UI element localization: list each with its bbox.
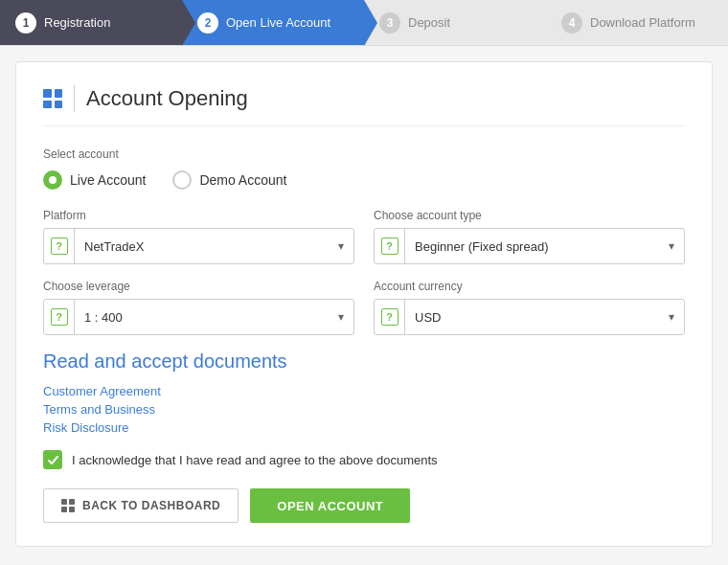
currency-group: Account currency ? USD ▾ bbox=[374, 280, 685, 335]
live-account-radio[interactable] bbox=[43, 170, 62, 190]
step-deposit[interactable]: 3 Deposit bbox=[364, 0, 546, 45]
currency-help-icon: ? bbox=[381, 308, 398, 326]
step-num-1: 1 bbox=[15, 12, 36, 34]
account-type-help-icon: ? bbox=[381, 237, 398, 255]
main-content: Account Opening Select account Live Acco… bbox=[15, 61, 713, 547]
docs-section: Read and accept documents Customer Agree… bbox=[43, 350, 685, 435]
step-label-1: Registration bbox=[44, 15, 110, 30]
step-num-3: 3 bbox=[379, 12, 400, 34]
platform-group: Platform ? NetTradeX ▾ bbox=[43, 209, 354, 264]
acknowledge-row: I acknowledge that I have read and agree… bbox=[43, 450, 685, 469]
platform-label: Platform bbox=[43, 209, 354, 222]
button-row: BACK TO DASHBOARD OPEN ACCOUNT bbox=[43, 488, 685, 523]
leverage-help-icon: ? bbox=[51, 308, 68, 326]
back-button-label: BACK TO DASHBOARD bbox=[82, 499, 220, 512]
acknowledge-text: I acknowledge that I have read and agree… bbox=[72, 453, 438, 467]
page-title-row: Account Opening bbox=[43, 85, 685, 126]
step-label-3: Deposit bbox=[408, 15, 450, 30]
demo-account-radio[interactable] bbox=[172, 170, 192, 190]
open-account-button[interactable]: OPEN ACCOUNT bbox=[250, 488, 410, 523]
title-divider bbox=[74, 85, 75, 112]
currency-select[interactable]: ? USD ▾ bbox=[374, 299, 685, 335]
select-account-label: Select account bbox=[43, 147, 685, 161]
platform-value: NetTradeX bbox=[75, 239, 329, 254]
grid-icon bbox=[43, 89, 62, 108]
radio-group: Live Account Demo Account bbox=[43, 170, 685, 190]
demo-account-label: Demo Account bbox=[199, 172, 286, 188]
docs-title: Read and accept documents bbox=[43, 350, 685, 373]
live-account-option[interactable]: Live Account bbox=[43, 170, 146, 190]
platform-help-icon: ? bbox=[51, 237, 68, 255]
currency-value: USD bbox=[405, 310, 659, 325]
platform-arrow: ▾ bbox=[329, 239, 353, 253]
step-label-2: Open Live Account bbox=[226, 15, 330, 30]
leverage-select[interactable]: ? 1 : 400 ▾ bbox=[43, 299, 354, 335]
step-open-live[interactable]: 2 Open Live Account bbox=[182, 0, 364, 45]
account-type-arrow: ▾ bbox=[659, 239, 684, 253]
account-type-help[interactable]: ? bbox=[375, 229, 405, 263]
leverage-help[interactable]: ? bbox=[44, 300, 75, 334]
step-num-4: 4 bbox=[561, 12, 582, 34]
currency-arrow: ▾ bbox=[659, 310, 684, 324]
step-registration[interactable]: 1 Registration bbox=[0, 0, 182, 45]
account-type-group: Choose account type ? Beginner (Fixed sp… bbox=[374, 209, 685, 264]
leverage-arrow: ▾ bbox=[329, 310, 353, 324]
step-download[interactable]: 4 Download Platform bbox=[546, 0, 728, 45]
form-row-1: Platform ? NetTradeX ▾ Choose account ty… bbox=[43, 209, 685, 264]
step-label-4: Download Platform bbox=[590, 15, 695, 30]
stepper: 1 Registration 2 Open Live Account 3 Dep… bbox=[0, 0, 728, 46]
currency-label: Account currency bbox=[374, 280, 685, 293]
step-num-2: 2 bbox=[197, 12, 218, 34]
platform-select[interactable]: ? NetTradeX ▾ bbox=[43, 228, 354, 264]
leverage-label: Choose leverage bbox=[43, 280, 354, 293]
account-type-label: Choose account type bbox=[374, 209, 685, 222]
account-type-value: Beginner (Fixed spread) bbox=[405, 239, 659, 254]
leverage-group: Choose leverage ? 1 : 400 ▾ bbox=[43, 280, 354, 335]
demo-account-option[interactable]: Demo Account bbox=[172, 170, 286, 190]
acknowledge-checkbox[interactable] bbox=[43, 450, 62, 469]
leverage-value: 1 : 400 bbox=[75, 310, 329, 325]
back-to-dashboard-button[interactable]: BACK TO DASHBOARD bbox=[43, 488, 239, 523]
platform-help[interactable]: ? bbox=[44, 229, 75, 263]
account-type-select[interactable]: ? Beginner (Fixed spread) ▾ bbox=[374, 228, 685, 264]
doc-link-1[interactable]: Terms and Business bbox=[43, 402, 685, 417]
page-title: Account Opening bbox=[86, 86, 248, 111]
doc-link-0[interactable]: Customer Agreement bbox=[43, 384, 685, 398]
checkmark-icon bbox=[47, 454, 59, 466]
live-account-label: Live Account bbox=[70, 172, 146, 188]
dashboard-grid-icon bbox=[61, 499, 75, 512]
doc-link-2[interactable]: Risk Disclosure bbox=[43, 420, 685, 435]
form-row-2: Choose leverage ? 1 : 400 ▾ Account curr… bbox=[43, 280, 685, 335]
currency-help[interactable]: ? bbox=[375, 300, 405, 334]
